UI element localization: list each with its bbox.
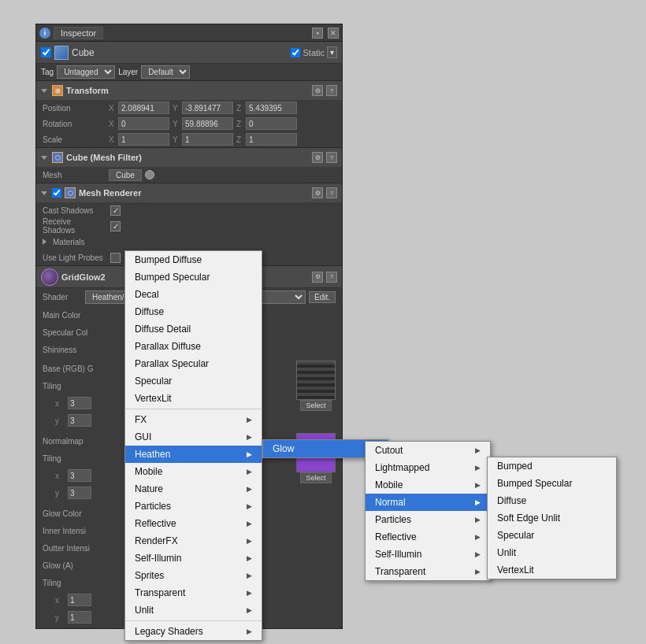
menu-item-mobile[interactable]: Mobile ▶ xyxy=(125,463,262,480)
scale-label: Scale xyxy=(43,135,106,144)
inspector-tab[interactable]: Inspector xyxy=(54,27,103,39)
menu-item-diffuse[interactable]: Diffuse xyxy=(125,303,262,320)
scale-x-input[interactable] xyxy=(118,133,169,146)
maximize-button[interactable]: ▪ xyxy=(312,28,323,39)
normalmap-label: Normalmap xyxy=(43,437,137,446)
menu-item-transparent-sub[interactable]: Transparent ▶ xyxy=(366,563,490,580)
menu-item-reflective-sub[interactable]: Reflective ▶ xyxy=(366,528,490,546)
normal-tiling-x-input[interactable] xyxy=(68,469,91,482)
rot-z-input[interactable] xyxy=(246,117,297,130)
menu-item-parallax-specular[interactable]: Parallax Specular xyxy=(125,355,262,372)
menu-item-reflective[interactable]: Reflective ▶ xyxy=(125,515,262,532)
menu-item-self-illumin-sub[interactable]: Self-Illumin ▶ xyxy=(366,546,490,563)
mesh-renderer-title: Mesh Renderer xyxy=(79,188,309,198)
transform-settings-button[interactable]: ⚙ xyxy=(312,85,323,96)
transform-collapse-icon xyxy=(41,89,47,93)
receive-shadows-checkbox[interactable] xyxy=(110,221,121,231)
material-settings-button[interactable]: ⚙ xyxy=(312,272,323,283)
menu-item-heathen[interactable]: Heathen ▶ xyxy=(125,446,262,463)
mesh-filter-settings-button[interactable]: ⚙ xyxy=(312,152,323,163)
menu-item-legacy-shaders[interactable]: Legacy Shaders ▶ xyxy=(125,623,262,640)
menu-item-bumped-specular[interactable]: Bumped Specular xyxy=(125,268,262,286)
menu-item-vertexlit-final[interactable]: VertexLit xyxy=(488,561,616,579)
menu-item-vertexlit[interactable]: VertexLit xyxy=(125,390,262,407)
menu-item-nature[interactable]: Nature ▶ xyxy=(125,480,262,498)
mesh-renderer-active-checkbox[interactable] xyxy=(52,188,61,198)
base-texture-preview[interactable] xyxy=(296,361,336,400)
menu-item-lightmapped[interactable]: Lightmapped ▶ xyxy=(366,459,490,476)
pos-z-input[interactable] xyxy=(246,102,297,114)
material-help-button[interactable]: ? xyxy=(326,272,337,283)
pos-y-input[interactable] xyxy=(182,102,233,114)
glow-tiling-x-input[interactable] xyxy=(68,594,91,606)
outer-intensity-label: Outter Intensi xyxy=(43,544,137,553)
menu-item-diffuse-detail[interactable]: Diffuse Detail xyxy=(125,320,262,338)
transform-title: Transform xyxy=(66,86,309,95)
close-button[interactable]: ✕ xyxy=(328,28,339,39)
menu-item-unlit-final[interactable]: Unlit xyxy=(488,544,616,561)
base-tiling-y-input[interactable] xyxy=(68,414,91,427)
static-dropdown[interactable]: ▾ xyxy=(327,46,337,58)
particles-arrow-icon: ▶ xyxy=(247,502,252,510)
menu-item-cutout[interactable]: Cutout ▶ xyxy=(366,442,490,459)
mesh-filter-collapse-icon xyxy=(41,156,47,160)
scale-y-input[interactable] xyxy=(182,133,233,146)
menu-item-sprites[interactable]: Sprites ▶ xyxy=(125,567,262,584)
rot-y-input[interactable] xyxy=(182,117,233,130)
menu-item-diffuse-final[interactable]: Diffuse xyxy=(488,492,616,509)
menu-item-specular-final[interactable]: Specular xyxy=(488,527,616,544)
inspector-titlebar: i Inspector ▪ ✕ xyxy=(36,24,342,42)
menu-item-specular[interactable]: Specular xyxy=(125,372,262,390)
menu-item-parallax-diffuse[interactable]: Parallax Diffuse xyxy=(125,338,262,355)
mesh-filter-component: ⬡ Cube (Mesh Filter) ⚙ ? Mesh Cube xyxy=(36,148,342,183)
glow-color-label: Glow Color xyxy=(43,509,137,518)
rotation-label: Rotation xyxy=(43,120,106,128)
mesh-filter-help-button[interactable]: ? xyxy=(326,152,337,163)
transform-help-button[interactable]: ? xyxy=(326,85,337,96)
normal-tiling-y-input[interactable] xyxy=(68,487,91,499)
mesh-renderer-settings-button[interactable]: ⚙ xyxy=(312,187,323,198)
base-select-button[interactable]: Select xyxy=(300,400,331,411)
info-icon: i xyxy=(39,28,50,39)
menu-item-particles-sub[interactable]: Particles ▶ xyxy=(366,511,490,528)
base-tiling-x-input[interactable] xyxy=(68,397,91,409)
use-light-probes-checkbox[interactable] xyxy=(110,253,121,263)
mesh-circle-button[interactable] xyxy=(145,170,154,180)
normal-select-button[interactable]: Select xyxy=(300,472,331,483)
static-checkbox[interactable] xyxy=(291,48,300,57)
menu-item-unlit[interactable]: Unlit ▶ xyxy=(125,601,262,619)
cast-shadows-checkbox[interactable] xyxy=(110,205,121,216)
menu-item-transparent[interactable]: Transparent ▶ xyxy=(125,584,262,601)
menu-item-bumped-diffuse[interactable]: Bumped Diffuse xyxy=(125,251,262,268)
fx-arrow-icon: ▶ xyxy=(247,416,252,424)
pos-x-input[interactable] xyxy=(118,102,169,114)
materials-expand-icon xyxy=(43,239,46,245)
menu-item-normal[interactable]: Normal ▶ xyxy=(366,494,490,511)
glow-tiling-y-input[interactable] xyxy=(68,611,91,624)
mesh-renderer-help-button[interactable]: ? xyxy=(326,187,337,198)
menu-item-fx[interactable]: FX ▶ xyxy=(125,411,262,428)
shader-edit-button[interactable]: Edit. xyxy=(309,291,336,303)
tag-select[interactable]: Untagged xyxy=(57,65,115,79)
menu-item-particles[interactable]: Particles ▶ xyxy=(125,498,262,515)
particles-sub-arrow-icon: ▶ xyxy=(475,516,481,524)
use-light-probes-label: Use Light Probes xyxy=(43,254,106,262)
object-name[interactable]: Cube xyxy=(72,47,288,58)
menu-item-bumped-final[interactable]: Bumped xyxy=(488,457,616,475)
menu-item-gui[interactable]: GUI ▶ xyxy=(125,428,262,446)
mesh-select-button[interactable]: Cube xyxy=(109,169,142,181)
menu-item-mobile-sub[interactable]: Mobile ▶ xyxy=(366,476,490,494)
rot-x-input[interactable] xyxy=(118,117,169,130)
menu-item-renderfx[interactable]: RenderFX ▶ xyxy=(125,532,262,550)
mesh-filter-title: Cube (Mesh Filter) xyxy=(66,153,309,162)
menu-item-soft-edge-unlit[interactable]: Soft Edge Unlit xyxy=(488,509,616,527)
object-active-checkbox[interactable] xyxy=(41,47,51,57)
layer-select[interactable]: Default xyxy=(141,65,190,79)
legacy-arrow-icon: ▶ xyxy=(247,627,252,635)
menu-item-bumped-specular-final[interactable]: Bumped Specular xyxy=(488,475,616,492)
specular-color-label: Specular Col xyxy=(43,328,137,337)
menu-item-self-illumin[interactable]: Self-Illumin ▶ xyxy=(125,550,262,567)
menu-item-decal[interactable]: Decal xyxy=(125,286,262,303)
transparent-arrow-icon: ▶ xyxy=(247,589,252,597)
scale-z-input[interactable] xyxy=(246,133,297,146)
